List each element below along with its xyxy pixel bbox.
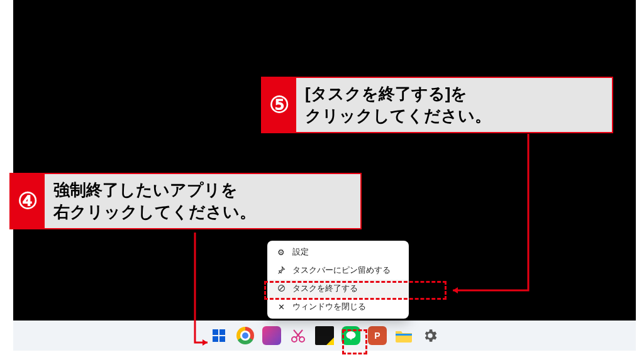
prohibit-icon [276,284,286,294]
menu-item-settings[interactable]: ⚙ 設定 [267,243,409,261]
explorer-icon[interactable] [394,326,413,345]
tutorial-stage: P ⚙ 設定 タスクバーにピン留めする タスクを終了する ✕ ウィンドウを閉じ [0,0,644,362]
menu-item-label: タスクバーにピン留めする [292,265,391,276]
pin-icon [276,266,286,276]
callout-step-4: ④ 強制終了したいアプリを 右クリックしてください。 [9,173,362,229]
callout-badge: ④ [11,174,45,228]
svg-rect-0 [213,329,218,335]
menu-item-label: ウィンドウを閉じる [292,302,366,312]
callout-text: [タスクを終了する]を クリックしてください。 [296,78,500,132]
svg-rect-3 [219,336,225,342]
line-icon[interactable] [341,326,360,345]
gear-icon: ⚙ [276,248,286,257]
menu-item-pin[interactable]: タスクバーにピン留めする [267,261,409,280]
snipping-tool-icon[interactable] [289,326,308,345]
close-icon: ✕ [276,302,286,312]
app-icon-purple[interactable] [262,326,281,345]
chrome-icon[interactable] [236,326,255,345]
callout-text: 強制終了したいアプリを 右クリックしてください。 [45,174,265,228]
svg-rect-8 [396,334,412,336]
menu-item-close-window[interactable]: ✕ ウィンドウを閉じる [267,298,409,316]
menu-item-end-task[interactable]: タスクを終了する [267,280,409,298]
settings-icon[interactable] [421,326,440,345]
svg-rect-2 [213,336,218,342]
svg-rect-1 [219,329,225,335]
menu-item-label: 設定 [292,247,309,258]
powerpoint-icon[interactable]: P [368,326,387,345]
callout-step-5: ⑤ [タスクを終了する]を クリックしてください。 [261,77,613,133]
menu-item-label: タスクを終了する [292,283,358,294]
taskbar-context-menu: ⚙ 設定 タスクバーにピン留めする タスクを終了する ✕ ウィンドウを閉じる [267,241,409,319]
callout-badge: ⑤ [262,78,296,132]
app-icon-dark[interactable] [315,326,334,345]
start-icon[interactable] [209,326,228,345]
taskbar: P [13,321,636,351]
svg-line-10 [279,286,284,290]
